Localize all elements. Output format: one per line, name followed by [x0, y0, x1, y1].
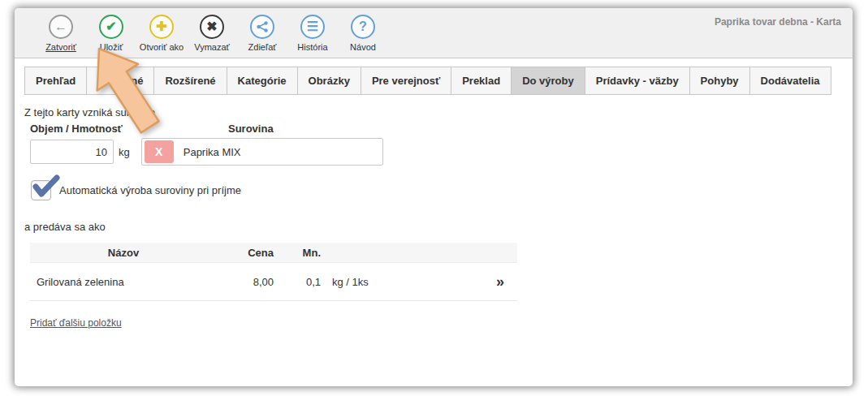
tab-pre-verejnost[interactable]: Pre verejnosť [361, 67, 451, 95]
open-as-button-label: Otvoriť ako [140, 42, 184, 52]
tab-zakladne[interactable]: Základné [86, 67, 154, 95]
share-button-label: Zdieľať [248, 42, 277, 52]
history-button[interactable]: ☰ História [287, 15, 338, 52]
volume-input[interactable] [30, 140, 114, 164]
remove-surovina-button[interactable]: X [145, 140, 174, 163]
auto-production-label: Automatická výroba suroviny pri príjme [59, 184, 241, 196]
history-button-label: História [297, 42, 327, 52]
save-button[interactable]: ✔ Uložiť [86, 15, 136, 52]
close-button-label: Zatvoriť [45, 42, 76, 52]
save-button-label: Uložiť [100, 42, 123, 52]
delete-button-label: Vymazať [194, 42, 229, 52]
plus-icon: ✚ [149, 15, 174, 39]
back-arrow-icon: ← [49, 15, 73, 39]
tab-prehlad[interactable]: Prehľad [24, 67, 87, 95]
check-icon: ✔ [99, 15, 123, 39]
row-nazov: Grilovaná zelenina [30, 276, 217, 288]
row-cena: 8,00 [217, 276, 274, 288]
header-nazov: Názov [30, 247, 217, 259]
row-unit: kg / 1ks [321, 276, 418, 288]
tab-preklad[interactable]: Preklad [451, 67, 512, 95]
auto-production-checkbox[interactable] [31, 180, 51, 200]
row-mn: 0,1 [274, 276, 321, 288]
table-header-row: Názov Cena Mn. [30, 243, 517, 263]
tab-pohyby[interactable]: Pohyby [689, 67, 750, 95]
tab-rozsirene[interactable]: Rozšírené [153, 67, 227, 95]
tab-bar: Prehľad Základné Rozšírené Kategórie Obr… [24, 67, 853, 95]
tab-content: Z tejto karty vzniká surovina Objem / Hm… [15, 95, 853, 329]
tab-obrazky[interactable]: Obrázky [297, 67, 361, 95]
volume-label: Objem / Hmotnosť [30, 123, 228, 135]
surovina-field[interactable]: X Paprika MIX [141, 138, 383, 166]
tab-pridavky-vazby[interactable]: Prídavky - väzby [585, 67, 690, 95]
sells-as-label: a predáva sa ako [24, 221, 853, 233]
card-window: ← Zatvoriť ✔ Uložiť ✚ Otvoriť ako ✖ Vyma… [15, 8, 853, 386]
intro-text: Z tejto karty vzniká surovina [24, 106, 853, 118]
row-detail-arrow-icon[interactable]: » [418, 273, 517, 291]
help-icon: ? [351, 15, 375, 39]
share-button[interactable]: Zdieľať [237, 15, 287, 52]
share-icon [250, 15, 274, 39]
volume-unit: kg [119, 146, 130, 158]
surovina-label: Surovina [228, 123, 274, 135]
add-item-link[interactable]: Pridať ďalšiu položku [30, 317, 122, 329]
close-button[interactable]: ← Zatvoriť [36, 15, 86, 52]
surovina-value: Paprika MIX [184, 146, 241, 158]
table-row[interactable]: Grilovaná zelenina 8,00 0,1 kg / 1ks » [30, 263, 517, 301]
page-title: Paprika tovar debna - Karta [715, 16, 841, 28]
help-button-label: Návod [350, 42, 376, 52]
sell-items-table: Názov Cena Mn. Grilovaná zelenina 8,00 0… [30, 243, 517, 301]
x-icon: ✖ [200, 15, 224, 39]
header-mn: Mn. [274, 247, 321, 259]
tab-do-vyroby[interactable]: Do výroby [511, 67, 585, 95]
checkbox-checkmark-icon [32, 174, 60, 200]
list-icon: ☰ [300, 15, 325, 39]
tab-dodavatelia[interactable]: Dodávatelia [749, 67, 831, 95]
delete-button[interactable]: ✖ Vymazať [187, 15, 237, 52]
tab-kategorie[interactable]: Kategórie [227, 67, 298, 95]
help-button[interactable]: ? Návod [338, 15, 388, 52]
open-as-button[interactable]: ✚ Otvoriť ako [136, 15, 187, 52]
header-cena: Cena [217, 247, 274, 259]
